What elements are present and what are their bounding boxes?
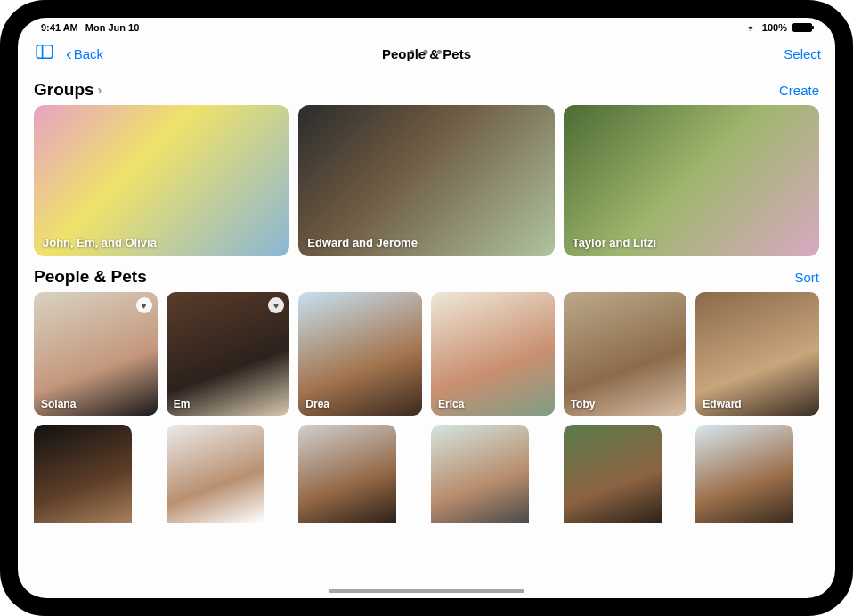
group-card[interactable]: Taylor and Litzi: [564, 105, 819, 256]
person-thumbnail: [34, 425, 132, 523]
back-button[interactable]: ‹ Back: [66, 45, 103, 62]
person-thumbnail: [298, 425, 396, 523]
person-label: Erica: [438, 398, 464, 410]
status-time: 9:41 AM: [41, 22, 78, 33]
person-card[interactable]: [431, 425, 529, 523]
back-label: Back: [74, 46, 103, 61]
groups-section-header: Groups › Create: [34, 80, 819, 100]
chevron-right-icon: ›: [98, 83, 102, 97]
person-card[interactable]: Edward: [695, 292, 819, 416]
chevron-left-icon: ‹: [66, 45, 72, 62]
wifi-icon: [744, 23, 757, 32]
group-card[interactable]: Edward and Jerome: [298, 105, 554, 256]
person-card[interactable]: Erica: [431, 292, 555, 416]
person-card[interactable]: [695, 425, 793, 523]
page-title: People & Pets: [382, 46, 471, 61]
status-bar: 9:41 AM Mon Jun 10 • • • 100%: [18, 18, 835, 37]
person-card[interactable]: [564, 425, 662, 523]
person-card[interactable]: [167, 425, 264, 523]
people-section-header: People & Pets Sort: [34, 267, 819, 287]
home-indicator[interactable]: [329, 589, 524, 593]
nav-bar: ‹ Back People & Pets Select: [18, 37, 835, 69]
people-title: People & Pets: [34, 267, 147, 287]
screen: 9:41 AM Mon Jun 10 • • • 100% ‹ Back: [18, 18, 835, 598]
person-card[interactable]: [298, 425, 396, 523]
person-thumbnail: [695, 425, 793, 523]
group-label: Edward and Jerome: [307, 236, 418, 249]
person-thumbnail: [167, 425, 264, 523]
groups-title[interactable]: Groups ›: [34, 80, 102, 100]
sort-button[interactable]: Sort: [794, 270, 819, 285]
group-label: Taylor and Litzi: [573, 236, 656, 249]
battery-icon: [792, 23, 812, 32]
status-date: Mon Jun 10: [85, 22, 140, 33]
battery-percent: 100%: [762, 22, 787, 33]
person-label: Toby: [571, 398, 596, 410]
svg-rect-0: [37, 45, 53, 57]
person-card[interactable]: ♥ Solana: [34, 292, 158, 416]
groups-row: John, Em, and Olivia Edward and Jerome T…: [34, 105, 819, 256]
person-thumbnail: [431, 425, 529, 523]
ipad-frame: 9:41 AM Mon Jun 10 • • • 100% ‹ Back: [0, 0, 853, 616]
heart-icon: ♥: [136, 297, 152, 313]
groups-title-text: Groups: [34, 80, 94, 100]
person-label: Drea: [305, 398, 329, 410]
group-thumbnail: [564, 105, 819, 256]
person-card[interactable]: ♥ Em: [167, 292, 290, 416]
person-thumbnail: [564, 425, 662, 523]
group-card[interactable]: John, Em, and Olivia: [34, 105, 289, 256]
people-grid: ♥ Solana ♥ Em Drea Erica: [34, 292, 819, 523]
group-label: John, Em, and Olivia: [43, 236, 157, 249]
people-title-text: People & Pets: [34, 267, 147, 287]
person-label: Solana: [41, 398, 76, 410]
person-card[interactable]: Drea: [298, 292, 422, 416]
person-label: Em: [174, 398, 191, 410]
group-thumbnail: [298, 105, 554, 256]
group-thumbnail: [34, 105, 289, 256]
sidebar-toggle-icon[interactable]: [32, 41, 57, 67]
person-card[interactable]: Toby: [564, 292, 687, 416]
create-button[interactable]: Create: [779, 83, 819, 98]
person-label: Edward: [703, 398, 741, 410]
select-button[interactable]: Select: [784, 46, 821, 61]
content-area: Groups › Create John, Em, and Olivia Edw…: [18, 69, 835, 598]
person-card[interactable]: [34, 425, 132, 523]
